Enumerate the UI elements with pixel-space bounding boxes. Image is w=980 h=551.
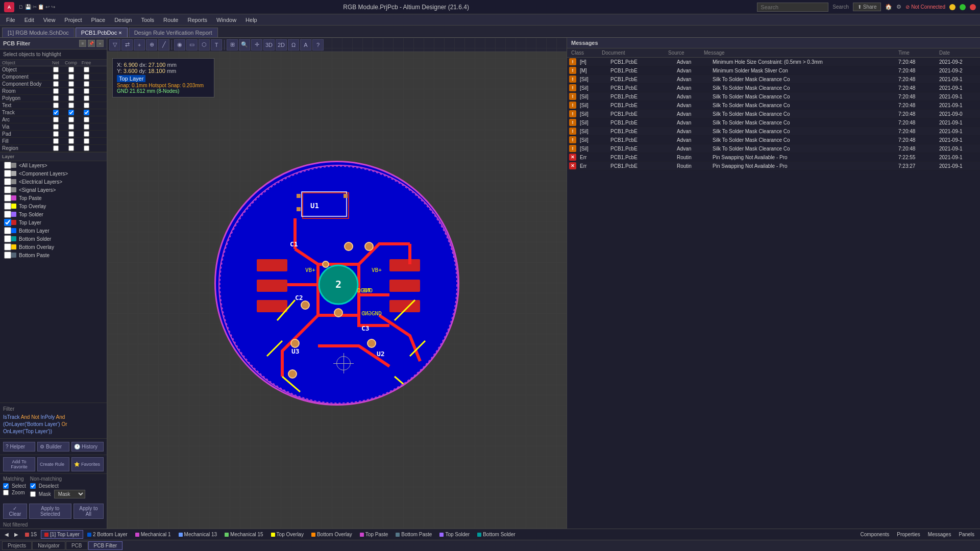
msg-row-10[interactable]: ![Sil]PCB1.PcbEAdvanSilk To Solder Mask … — [567, 136, 980, 144]
pcb-canvas-area[interactable]: ▽ ⇄ + ⊕ ╱ ◉ ▭ ⬡ T ⊞ 🔍 ✛ 3D 2D Ω A ? X: 6… — [107, 38, 567, 529]
minimize-button[interactable] — [949, 4, 955, 10]
layer-tab-mech13[interactable]: Mechanical 13 — [175, 530, 220, 539]
maximize-button[interactable] — [960, 4, 966, 10]
layer-bpaste-check[interactable] — [4, 252, 11, 259]
obj-text-free[interactable] — [84, 103, 89, 108]
layer-bsolder-check[interactable] — [4, 235, 11, 242]
layer-tab-messages[interactable]: Messages — [924, 530, 955, 539]
settings-icon[interactable]: ⚙ — [896, 4, 901, 10]
layer-signal-layers[interactable]: <Signal Layers> — [0, 186, 107, 194]
bnav-pcb-filter[interactable]: PCB Filter — [88, 541, 123, 550]
add-to-favorite-button[interactable]: Add To Favorite — [3, 457, 35, 471]
layer-top-layer[interactable]: Top Layer — [0, 218, 107, 227]
obj-polygon-comp[interactable] — [68, 95, 74, 101]
msg-row-2[interactable]: ![M]PCB1.PcbEAdvanMinimum Solder Mask Sl… — [567, 66, 980, 75]
tab-drc[interactable]: Design Rule Verification Report — [129, 28, 218, 37]
home-icon[interactable]: 🏠 — [885, 4, 892, 10]
obj-track-free[interactable] — [84, 110, 89, 115]
menu-file[interactable]: File — [2, 16, 19, 24]
layer-bottom-paste[interactable]: Bottom Paste — [0, 251, 107, 259]
obj-component-net[interactable] — [53, 74, 59, 80]
layer-tpaste-check[interactable] — [4, 194, 11, 202]
menu-tools[interactable]: Tools — [137, 16, 158, 24]
layer-all-check[interactable] — [4, 162, 11, 169]
deselect-checkbox[interactable] — [30, 483, 36, 489]
layer-tab-bottom-solder[interactable]: Bottom Solder — [474, 530, 519, 539]
layer-top-overlay[interactable]: Top Overlay — [0, 202, 107, 210]
select-checkbox[interactable] — [3, 483, 9, 489]
builder-button[interactable]: ⚙Builder — [37, 442, 69, 452]
layer-top-paste[interactable]: Top Paste — [0, 194, 107, 202]
helper-button[interactable]: ?Helper — [3, 442, 35, 452]
apply-to-all-button[interactable]: Apply to All — [74, 504, 104, 519]
obj-pad-free[interactable] — [84, 131, 89, 137]
panel-close-button[interactable]: × — [96, 40, 104, 47]
menu-help[interactable]: Help — [241, 16, 261, 24]
msg-row-1[interactable]: ![H]PCB1.PcbEAdvanMinimum Hole Size Cons… — [567, 58, 980, 66]
obj-pad-net[interactable] — [53, 131, 59, 137]
obj-object-net[interactable] — [53, 67, 59, 72]
msg-row-12[interactable]: ✕ErrPCB1.PcbERoutinPin Swapping Not Avai… — [567, 153, 980, 162]
layer-tab-top-solder[interactable]: Top Solder — [436, 530, 473, 539]
obj-via-net[interactable] — [53, 124, 59, 130]
layer-tab-1s[interactable]: 1S — [21, 530, 40, 539]
layer-bottom-layer[interactable]: Bottom Layer — [0, 227, 107, 235]
layer-signal-check[interactable] — [4, 186, 11, 193]
layer-boverlay-check[interactable] — [4, 243, 11, 251]
obj-polygon-free[interactable] — [84, 95, 89, 101]
create-rule-button[interactable]: Create Rule — [37, 457, 69, 471]
obj-region-comp[interactable] — [68, 145, 74, 151]
layer-all-layers[interactable]: <All Layers> — [0, 161, 107, 169]
messages-table[interactable]: Class Document Source Message Time Date … — [567, 48, 980, 529]
obj-room-free[interactable] — [84, 88, 89, 94]
msg-row-5[interactable]: ![Sil]PCB1.PcbEAdvanSilk To Solder Mask … — [567, 92, 980, 101]
obj-via-free[interactable] — [84, 124, 89, 130]
layer-tab-mech1[interactable]: Mechanical 1 — [132, 530, 175, 539]
layer-top-check[interactable] — [4, 219, 11, 226]
bnav-projects[interactable]: Projects — [2, 541, 32, 550]
global-search-input[interactable] — [757, 3, 828, 12]
obj-fill-net[interactable] — [53, 138, 59, 144]
clear-button[interactable]: ✓ Clear — [3, 504, 27, 519]
obj-arc-net[interactable] — [53, 117, 59, 122]
obj-room-comp[interactable] — [68, 88, 74, 94]
msg-row-7[interactable]: ![Sil]PCB1.PcbEAdvanSilk To Solder Mask … — [567, 110, 980, 118]
layer-tab-top-overlay[interactable]: Top Overlay — [267, 530, 307, 539]
menu-project[interactable]: Project — [60, 16, 86, 24]
layer-tab-components[interactable]: Components — [857, 530, 893, 539]
panels-button[interactable]: Panels — [955, 530, 978, 539]
layer-nav-prev[interactable]: ◀ — [2, 530, 11, 539]
pcb-board[interactable]: 2 U1 C1 — [214, 161, 459, 406]
obj-text-net[interactable] — [53, 103, 59, 108]
layer-elec-check[interactable] — [4, 178, 11, 185]
obj-track-comp[interactable] — [68, 110, 74, 115]
menu-place[interactable]: Place — [87, 16, 110, 24]
obj-room-net[interactable] — [53, 88, 59, 94]
msg-row-3[interactable]: ![Sil]PCB1.PcbEAdvanSilk To Solder Mask … — [567, 75, 980, 84]
layer-tab-top-paste[interactable]: Top Paste — [356, 530, 391, 539]
menu-view[interactable]: View — [39, 16, 60, 24]
layer-component-layers[interactable]: <Component Layers> — [0, 169, 107, 178]
panel-menu-button[interactable]: ≡ — [79, 40, 86, 47]
obj-object-free[interactable] — [84, 67, 89, 72]
layer-bottom-solder[interactable]: Bottom Solder — [0, 235, 107, 243]
layer-bottom-check[interactable] — [4, 227, 11, 234]
msg-row-9[interactable]: ![Sil]PCB1.PcbEAdvanSilk To Solder Mask … — [567, 127, 980, 136]
share-button[interactable]: ⬆ Share — [853, 3, 881, 11]
obj-object-comp[interactable] — [68, 67, 74, 72]
history-button[interactable]: 🕐History — [71, 442, 104, 452]
menu-reports[interactable]: Reports — [183, 16, 211, 24]
obj-polygon-net[interactable] — [53, 95, 59, 101]
favorites-button[interactable]: ⭐ Favorites — [71, 457, 104, 471]
msg-row-4[interactable]: ![Sil]PCB1.PcbEAdvanSilk To Solder Mask … — [567, 84, 980, 92]
menu-window[interactable]: Window — [212, 16, 240, 24]
bnav-navigator[interactable]: Navigator — [32, 541, 65, 550]
layer-tab-properties[interactable]: Properties — [893, 530, 924, 539]
obj-region-net[interactable] — [53, 145, 59, 151]
layer-comp-check[interactable] — [4, 170, 11, 177]
obj-pad-comp[interactable] — [68, 131, 74, 137]
msg-row-6[interactable]: ![Sil]PCB1.PcbEAdvanSilk To Solder Mask … — [567, 101, 980, 110]
zoom-checkbox[interactable] — [3, 490, 9, 495]
mask-checkbox[interactable] — [30, 491, 36, 497]
obj-track-net[interactable] — [53, 110, 59, 115]
